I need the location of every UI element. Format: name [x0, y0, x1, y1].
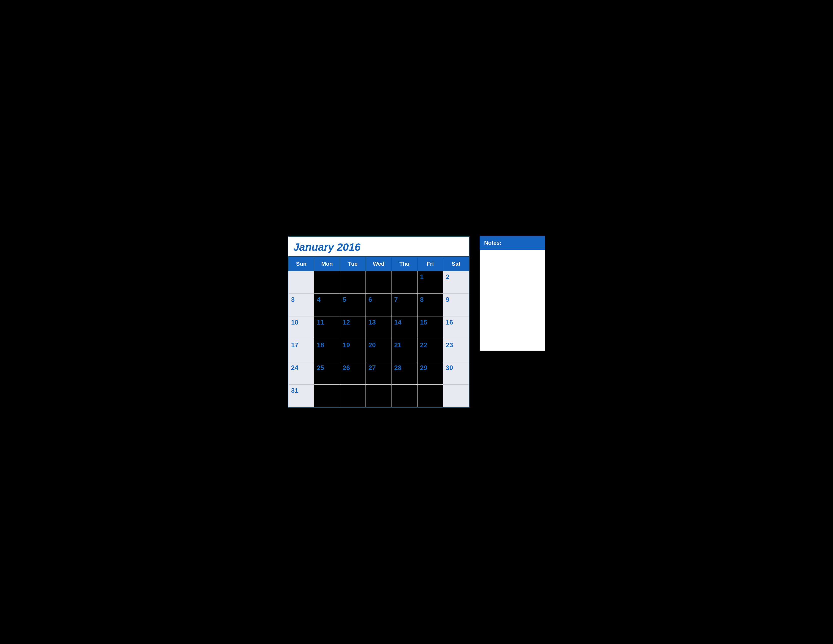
calendar-day: [443, 385, 469, 407]
calendar-day: 4: [314, 294, 340, 316]
calendar-day: [314, 271, 340, 294]
calendar-day: 11: [314, 316, 340, 339]
calendar-day: 17: [288, 339, 314, 362]
calendar-day: 2: [443, 271, 469, 294]
calendar-day: 27: [366, 362, 391, 385]
calendar-day: 7: [391, 294, 417, 316]
calendar-day: [417, 385, 443, 407]
header-fri: Fri: [417, 257, 443, 271]
calendar-day: [391, 385, 417, 407]
header-mon: Mon: [314, 257, 340, 271]
calendar-week-row: 24252627282930: [288, 362, 469, 385]
calendar-day: 23: [443, 339, 469, 362]
header-thu: Thu: [391, 257, 417, 271]
calendar-day: [314, 385, 340, 407]
calendar-day: 25: [314, 362, 340, 385]
calendar-day: 29: [417, 362, 443, 385]
calendar-day: [340, 271, 366, 294]
calendar-day: 5: [340, 294, 366, 316]
calendar-day: 26: [340, 362, 366, 385]
calendar-day: 13: [366, 316, 391, 339]
header-sat: Sat: [443, 257, 469, 271]
calendar-day: 30: [443, 362, 469, 385]
calendar-day: [288, 271, 314, 294]
notes-header: Notes:: [479, 236, 545, 250]
calendar-day: 22: [417, 339, 443, 362]
calendar-week-row: 12: [288, 271, 469, 294]
calendar-title: January 2016: [293, 241, 360, 253]
calendar-week-row: 17181920212223: [288, 339, 469, 362]
calendar-grid: Sun Mon Tue Wed Thu Fri Sat 123456789101…: [288, 257, 469, 407]
calendar-week-row: 3456789: [288, 294, 469, 316]
header-sun: Sun: [288, 257, 314, 271]
calendar-day: 16: [443, 316, 469, 339]
calendar-day: [366, 271, 391, 294]
notes-body: [479, 250, 545, 351]
header-wed: Wed: [366, 257, 391, 271]
calendar-day: 18: [314, 339, 340, 362]
calendar-day: 3: [288, 294, 314, 316]
notes-section: Notes:: [479, 236, 545, 351]
calendar-day: 10: [288, 316, 314, 339]
calendar-title-bar: January 2016: [288, 237, 469, 257]
calendar-day: 19: [340, 339, 366, 362]
calendar-day: 1: [417, 271, 443, 294]
calendar-day: 14: [391, 316, 417, 339]
calendar-day: 6: [366, 294, 391, 316]
calendar-day: [366, 385, 391, 407]
calendar-header-row: Sun Mon Tue Wed Thu Fri Sat: [288, 257, 469, 271]
calendar-day: 24: [288, 362, 314, 385]
calendar-day: 28: [391, 362, 417, 385]
calendar-day: 9: [443, 294, 469, 316]
calendar-day: 15: [417, 316, 443, 339]
calendar-day: [340, 385, 366, 407]
calendar-day: 12: [340, 316, 366, 339]
calendar-day: 20: [366, 339, 391, 362]
calendar-day: 8: [417, 294, 443, 316]
header-tue: Tue: [340, 257, 366, 271]
calendar-day: [391, 271, 417, 294]
calendar-week-row: 31: [288, 385, 469, 407]
page: January 2016 Sun Mon Tue Wed Thu Fri Sat…: [278, 221, 555, 423]
calendar-day: 31: [288, 385, 314, 407]
calendar: January 2016 Sun Mon Tue Wed Thu Fri Sat…: [288, 236, 470, 408]
calendar-week-row: 10111213141516: [288, 316, 469, 339]
calendar-day: 21: [391, 339, 417, 362]
